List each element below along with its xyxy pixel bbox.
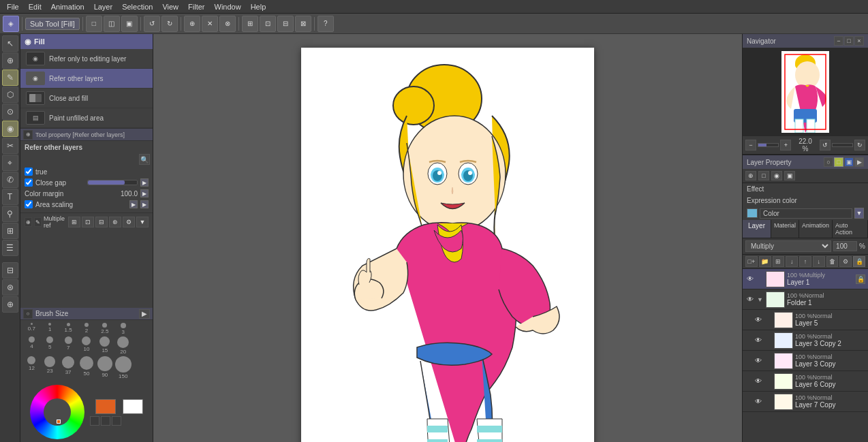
toolbar-redo[interactable]: ↻: [161, 16, 178, 32]
toolbar-open[interactable]: ◫: [104, 16, 120, 32]
nav-rotate-ccw[interactable]: ↺: [820, 140, 831, 151]
toolbar-snap3[interactable]: ⊟: [277, 16, 294, 32]
extra-swatch-1[interactable]: [90, 416, 99, 426]
nav-btn-1[interactable]: −: [834, 36, 843, 46]
brush-expand-btn[interactable]: ▶: [139, 309, 150, 319]
menu-layer[interactable]: Layer: [90, 1, 117, 12]
tool-shape[interactable]: ⬡: [2, 86, 18, 103]
brush-4[interactable]: 4: [23, 336, 40, 355]
mr-settings[interactable]: ⚙: [123, 217, 135, 227]
layer-item-layer3c2[interactable]: 👁 100 %Normal Layer 3 Copy 2: [743, 330, 868, 351]
brush-20[interactable]: 20: [114, 336, 131, 355]
eff-ctrl-3[interactable]: ◉: [771, 171, 782, 180]
close-gap-expand[interactable]: ▶: [140, 178, 149, 187]
eff-ctrl-2[interactable]: □: [758, 171, 769, 180]
brush-5[interactable]: 5: [42, 336, 59, 355]
tool-lasso[interactable]: ✆: [2, 172, 18, 188]
canvas-area[interactable]: [153, 34, 742, 442]
layer-lock-btn[interactable]: 🔒: [853, 256, 865, 267]
brush-90[interactable]: 90: [96, 356, 113, 379]
menu-selection[interactable]: Selection: [118, 1, 157, 12]
toolbar-btn-1[interactable]: ◈: [3, 16, 19, 32]
lp-btn-1[interactable]: ○: [824, 157, 833, 167]
nav-zoom-in[interactable]: +: [780, 140, 791, 151]
tool-extra[interactable]: ⊕: [2, 296, 18, 313]
area-scaling-expand2[interactable]: ▶: [140, 200, 149, 208]
layer-delete[interactable]: 🗑: [826, 256, 839, 267]
brush-1.5[interactable]: 1.5: [60, 323, 77, 335]
folder1-expand[interactable]: ▼: [757, 296, 764, 303]
lp-btn-4[interactable]: ▶: [854, 157, 864, 167]
brush-15[interactable]: 15: [96, 336, 113, 355]
layer-settings[interactable]: ⚙: [839, 256, 852, 267]
brush-12[interactable]: 12: [23, 356, 40, 379]
eff-ctrl-4[interactable]: ▣: [784, 171, 795, 180]
layer-move-down[interactable]: ↓: [813, 256, 825, 267]
nav-rotate-slider[interactable]: [832, 143, 853, 147]
menu-animation[interactable]: Animation: [47, 1, 89, 12]
brush-10[interactable]: 10: [78, 336, 95, 355]
tool-select[interactable]: ⌖: [2, 155, 18, 171]
follow-adjacent-checkbox[interactable]: [25, 168, 33, 176]
area-scaling-checkbox[interactable]: [25, 200, 33, 208]
tool-pen[interactable]: ✎: [2, 69, 18, 86]
layer3c-visibility[interactable]: 👁: [754, 356, 763, 366]
layer7c-visibility[interactable]: 👁: [754, 397, 763, 407]
tool-3d[interactable]: ☰: [2, 240, 18, 256]
layer-item-folder1[interactable]: 👁 ▼ 100 %Normal Folder 1: [743, 289, 868, 310]
tab-layer[interactable]: Layer: [743, 220, 771, 238]
toolbar-transform[interactable]: ⊕: [184, 16, 200, 32]
area-scaling-expand[interactable]: ▶: [129, 200, 138, 208]
menu-help[interactable]: Help: [247, 1, 270, 12]
background-swatch[interactable]: [123, 399, 143, 414]
menu-window[interactable]: Window: [211, 1, 245, 12]
blend-mode-select[interactable]: Multiply Normal Screen Overlay: [745, 240, 831, 252]
fill-option-other-layers[interactable]: ◉ Refer other layers: [20, 69, 153, 89]
nav-zoom-slider[interactable]: [758, 143, 779, 147]
opacity-input[interactable]: [833, 241, 857, 251]
layer3c2-visibility[interactable]: 👁: [754, 336, 763, 345]
toolbar-save[interactable]: ▣: [121, 16, 138, 32]
toolbar-snap2[interactable]: ⊡: [260, 16, 276, 32]
lp-btn-2[interactable]: □: [834, 157, 843, 167]
nav-btn-2[interactable]: □: [844, 36, 854, 46]
layer-copy[interactable]: ⊞: [773, 256, 785, 267]
brush-37[interactable]: 37: [60, 356, 77, 379]
mr-btn3[interactable]: ⊟: [95, 217, 108, 227]
layer-item-layer3c[interactable]: 👁 100 %Normal Layer 3 Copy: [743, 351, 868, 371]
toolbar-select[interactable]: ✕: [202, 16, 218, 32]
layer-merge[interactable]: ↓: [786, 256, 798, 267]
brush-50[interactable]: 50: [78, 356, 95, 379]
expr-swatch[interactable]: [747, 208, 758, 218]
fill-option-edit-layer[interactable]: ◉ Refer only to editing layer: [20, 49, 153, 69]
fill-option-paint-unfilled[interactable]: ▤ Paint unfilled area: [20, 108, 153, 128]
toolbar-new[interactable]: □: [86, 16, 102, 32]
layer-item-layer1[interactable]: 👁 100 %Multiply Layer 1 🔒: [743, 269, 868, 289]
lp-btn-3[interactable]: ▣: [844, 157, 854, 167]
tool-gradient[interactable]: ⚲: [2, 206, 18, 222]
toolbar-lasso[interactable]: ⊗: [219, 16, 236, 32]
mr-more[interactable]: ▼: [136, 217, 149, 227]
tool-eraser[interactable]: ✂: [2, 138, 18, 154]
layer6c-visibility[interactable]: 👁: [754, 377, 763, 386]
tool-fill[interactable]: ◉: [2, 121, 18, 137]
brush-2.5[interactable]: 2.5: [96, 323, 113, 335]
tool-cursor[interactable]: ↖: [2, 35, 18, 52]
layer-folder[interactable]: 📁: [759, 256, 771, 267]
mr-btn1[interactable]: ⊞: [68, 217, 80, 227]
tool-zoom[interactable]: ⊟: [2, 262, 18, 279]
tool-layer[interactable]: ⊞: [2, 223, 18, 239]
extra-swatch-2[interactable]: [101, 416, 110, 426]
tab-autoaction[interactable]: Auto Action: [833, 220, 868, 238]
layer1-visibility[interactable]: 👁: [745, 274, 755, 284]
tab-material[interactable]: Material: [771, 220, 799, 238]
tool-hand[interactable]: ⊛: [2, 279, 18, 296]
nav-rotate-cw[interactable]: ↻: [854, 140, 865, 151]
tab-animation[interactable]: Animation: [799, 220, 833, 238]
nav-btn-3[interactable]: ×: [854, 36, 864, 46]
brush-1[interactable]: 1: [42, 323, 59, 335]
layer5-visibility[interactable]: 👁: [754, 315, 763, 325]
layer1-lock[interactable]: 🔒: [856, 274, 865, 284]
brush-23[interactable]: 23: [42, 356, 59, 379]
brush-0.7[interactable]: 0.7: [23, 323, 40, 335]
